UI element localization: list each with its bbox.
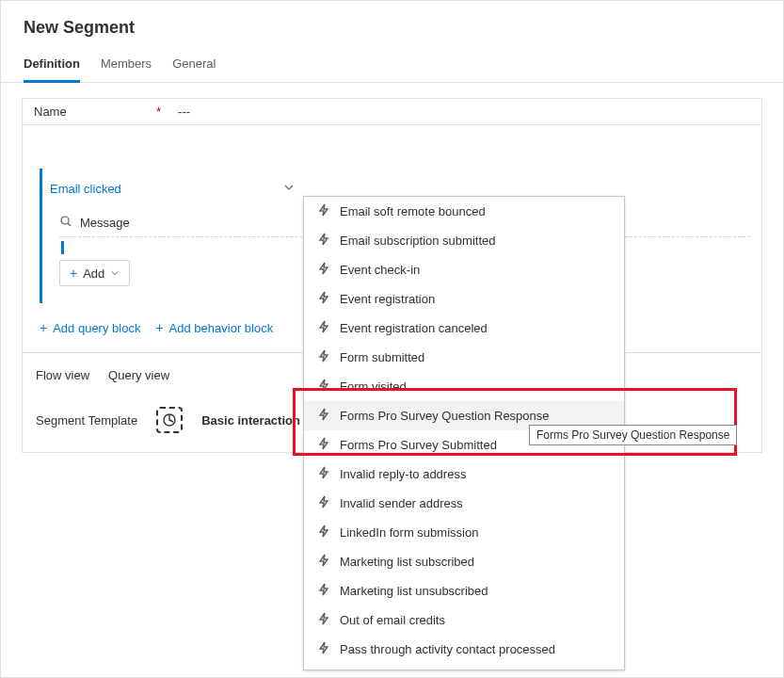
menu-item[interactable]: Form submitted xyxy=(304,343,624,372)
template-name: Basic interaction xyxy=(201,413,300,428)
interaction-icon xyxy=(317,233,330,249)
interaction-selected-label: Email clicked xyxy=(50,182,121,196)
svg-point-0 xyxy=(61,217,69,224)
name-value: --- xyxy=(178,105,190,119)
menu-item[interactable]: Pass through activity contact processed xyxy=(304,635,624,664)
menu-item-label: Invalid reply-to address xyxy=(340,467,466,481)
query-view-tab[interactable]: Query view xyxy=(108,368,169,382)
menu-item-label: Marketing list subscribed xyxy=(340,555,474,569)
interaction-icon xyxy=(317,554,330,570)
interaction-dropdown[interactable]: Email clicked xyxy=(50,178,295,200)
interaction-icon xyxy=(317,291,330,307)
menu-item[interactable]: Redirect link clicked xyxy=(304,664,624,670)
tab-definition[interactable]: Definition xyxy=(24,51,80,83)
page-title: New Segment xyxy=(1,1,783,51)
menu-item[interactable]: Event registration canceled xyxy=(304,314,624,343)
menu-item-label: Pass through activity contact processed xyxy=(340,642,555,656)
menu-item-label: Form visited xyxy=(340,379,407,394)
interaction-icon xyxy=(317,408,330,424)
name-field-row[interactable]: Name * --- xyxy=(22,98,762,124)
menu-item-label: Email soft remote bounced xyxy=(340,204,486,218)
menu-item[interactable]: Email subscription submitted xyxy=(304,226,624,255)
menu-item[interactable]: Event check-in xyxy=(304,255,624,284)
interaction-icon xyxy=(317,612,330,628)
menu-item[interactable]: Form visited xyxy=(304,372,624,401)
menu-item[interactable]: Out of email credits xyxy=(304,605,624,635)
plus-icon: + xyxy=(155,320,163,335)
interaction-icon xyxy=(317,349,330,365)
tab-bar: Definition Members General xyxy=(1,51,783,83)
interaction-icon xyxy=(317,320,330,336)
search-icon xyxy=(59,215,72,231)
menu-item-label: Event check-in xyxy=(340,263,420,277)
add-query-block-label: Add query block xyxy=(53,321,140,335)
interaction-icon xyxy=(317,641,330,657)
filter-placeholder: Message xyxy=(80,216,130,230)
interaction-icon xyxy=(317,525,330,541)
tooltip: Forms Pro Survey Question Response xyxy=(529,425,737,445)
menu-item[interactable]: Marketing list subscribed xyxy=(304,547,624,576)
interaction-icon xyxy=(317,495,330,511)
plus-icon: + xyxy=(70,266,77,281)
interaction-icon xyxy=(317,203,330,219)
template-badge[interactable] xyxy=(156,407,183,433)
menu-item-label: Email subscription submitted xyxy=(340,234,495,248)
interaction-icon xyxy=(317,583,330,599)
required-indicator: * xyxy=(156,105,161,119)
tab-general[interactable]: General xyxy=(172,51,216,82)
add-query-block-button[interactable]: + Add query block xyxy=(40,320,140,335)
interaction-icon xyxy=(317,466,330,482)
menu-item-label: Marketing list unsubscribed xyxy=(340,584,488,598)
menu-item[interactable]: Invalid sender address xyxy=(304,489,624,518)
segment-template-icon xyxy=(162,412,177,428)
chevron-down-icon xyxy=(283,182,295,196)
menu-item-label: Out of email credits xyxy=(340,613,445,627)
menu-item[interactable]: Event registration xyxy=(304,284,624,314)
menu-item-label: LinkedIn form submission xyxy=(340,525,478,540)
menu-item[interactable]: Email soft remote bounced xyxy=(304,197,624,226)
interaction-icon xyxy=(317,437,330,453)
menu-item-label: Invalid sender address xyxy=(340,496,463,510)
chevron-down-icon xyxy=(110,266,120,281)
plus-icon: + xyxy=(40,320,47,335)
menu-item-label: Form submitted xyxy=(340,350,424,364)
interaction-icon xyxy=(317,379,330,395)
menu-item[interactable]: Invalid reply-to address xyxy=(304,460,624,489)
tab-members[interactable]: Members xyxy=(101,51,152,82)
menu-item-label: Forms Pro Survey Question Response xyxy=(340,409,550,423)
name-label: Name xyxy=(34,105,156,119)
menu-item[interactable]: Marketing list unsubscribed xyxy=(304,576,624,605)
menu-item-label: Event registration canceled xyxy=(340,321,488,335)
segment-template-label: Segment Template xyxy=(36,413,137,428)
svg-line-1 xyxy=(68,223,71,226)
menu-item-label: Forms Pro Survey Submitted xyxy=(340,438,497,452)
add-label: Add xyxy=(83,266,104,281)
menu-item-label: Event registration xyxy=(340,292,435,306)
add-behavior-block-button[interactable]: + Add behavior block xyxy=(155,320,273,335)
flow-view-tab[interactable]: Flow view xyxy=(36,368,89,382)
menu-item[interactable]: LinkedIn form submission xyxy=(304,518,624,547)
add-behavior-block-label: Add behavior block xyxy=(169,321,274,335)
add-condition-button[interactable]: + Add xyxy=(59,260,130,286)
interaction-icon xyxy=(317,262,330,278)
